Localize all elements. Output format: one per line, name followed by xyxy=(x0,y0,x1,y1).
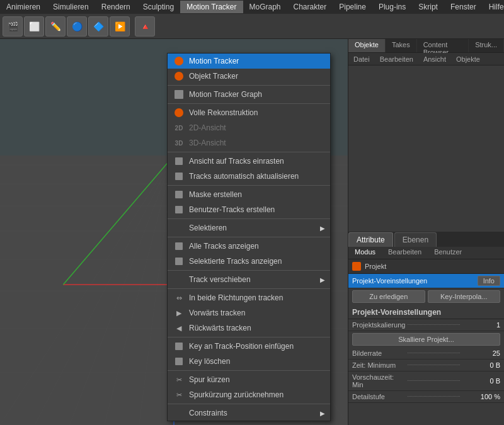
zeit-min-label: Zeit: Minimum xyxy=(352,361,405,369)
dropdown-vorwaerts[interactable]: ▶ Vorwärts tracken xyxy=(168,305,330,320)
detailstufe-value: 100 % xyxy=(462,393,500,400)
dropdown-maske[interactable]: Maske erstellen xyxy=(168,187,330,202)
attr-subtab-modus[interactable]: Modus xyxy=(348,247,382,259)
dropdown-beide-richtungen[interactable]: ⇔ In beide Richtungen tracken xyxy=(168,290,330,305)
dropdown-rueckwaerts[interactable]: ◀ Rückwärts tracken xyxy=(168,320,330,336)
subtab-ansicht[interactable]: Ansicht xyxy=(418,54,451,64)
dropdown-volle-rekonstruktion[interactable]: Volle Rekonstruktion xyxy=(168,105,330,120)
menu-sculpting[interactable]: Sculpting xyxy=(137,1,180,13)
attr-btn-key-interpola[interactable]: Key-Interpola... xyxy=(428,290,501,303)
dropdown-tracks-auto-label: Tracks automatisch aktualisieren xyxy=(189,172,299,181)
attr-subtab-benutzer[interactable]: Benutzer xyxy=(428,247,468,259)
dropdown-menu: Motion Tracker Objekt Tracker Motion Tra… xyxy=(167,53,331,421)
dropdown-tracks-auto[interactable]: Tracks automatisch aktualisieren xyxy=(168,169,330,184)
menu-hilfe[interactable]: Hilfe xyxy=(483,1,504,13)
toolbar-btn-4[interactable]: 🔵 xyxy=(67,16,87,37)
menu-pipeline[interactable]: Pipeline xyxy=(333,1,372,13)
dropdown-motion-tracker-label: Motion Tracker xyxy=(189,57,239,65)
benutzer-tracks-icon xyxy=(173,205,185,215)
attr-btn-skalliere[interactable]: Skalliere Projekt... xyxy=(352,333,500,346)
constraints-arrow: ▶ xyxy=(320,410,325,417)
bilderrate-label: Bilderrate xyxy=(352,349,405,357)
dropdown-2d-ansicht[interactable]: 2D 2D-Ansicht xyxy=(168,120,330,135)
rueckwaerts-icon: ◀ xyxy=(173,323,185,333)
detailstufe-label: Detailstufe xyxy=(352,393,405,400)
dropdown-3d-ansicht[interactable]: 3D 3D-Ansicht xyxy=(168,135,330,150)
toolbar-btn-7[interactable]: 🔺 xyxy=(135,16,155,37)
separator-6 xyxy=(168,237,330,237)
main-area: Motion Tracker Objekt Tracker Motion Tra… xyxy=(0,39,504,425)
dropdown-key-einfuegen-label: Key an Track-Position einfügen xyxy=(189,342,294,351)
dropdown-motion-tracker[interactable]: Motion Tracker xyxy=(168,54,330,69)
toolbar-btn-1[interactable]: 🎬 xyxy=(3,16,23,37)
tab-objekte[interactable]: Objekte xyxy=(348,39,386,52)
toolbar-btn-2[interactable]: ⬜ xyxy=(24,16,44,37)
menu-mograph[interactable]: MoGraph xyxy=(243,1,287,13)
motion-tracker-icon xyxy=(173,56,185,66)
dropdown-alle-tracks[interactable]: Alle Tracks anzeigen xyxy=(168,239,330,254)
attr-info-btn[interactable]: Info xyxy=(478,276,500,286)
separator-3 xyxy=(168,152,330,152)
bilderrate-value: 25 xyxy=(462,349,500,357)
constraints-icon xyxy=(173,408,185,418)
dotted-line-2 xyxy=(408,353,461,353)
attr-row-detailstufe: Detailstufe 100 % xyxy=(348,391,504,403)
menu-rendern[interactable]: Rendern xyxy=(95,1,137,13)
separator-1 xyxy=(168,85,330,86)
spurkuerzung-zurueck-icon: ✂ xyxy=(173,390,185,400)
subtab-bearbeiten[interactable]: Bearbeiten xyxy=(375,54,418,64)
separator-10 xyxy=(168,370,330,371)
dropdown-selektierte-tracks[interactable]: Selektierte Tracks anzeigen xyxy=(168,254,330,269)
dropdown-key-einfuegen[interactable]: Key an Track-Position einfügen xyxy=(168,339,330,354)
dropdown-objekt-tracker[interactable]: Objekt Tracker xyxy=(168,69,330,84)
subtab-datei[interactable]: Datei xyxy=(348,54,375,64)
spur-kuerzen-icon: ✂ xyxy=(173,375,185,385)
menu-plugins[interactable]: Plug-ins xyxy=(372,1,412,13)
dropdown-track-verschieben[interactable]: Track verschieben ▶ xyxy=(168,272,330,287)
attr-tabs: Attribute Ebenen xyxy=(348,232,504,247)
menu-fenster[interactable]: Fenster xyxy=(444,1,483,13)
attr-button-row: Zu erledigen Key-Interpola... xyxy=(348,288,504,305)
dotted-line-5 xyxy=(408,396,461,397)
menu-motion-tracker[interactable]: Motion Tracker xyxy=(180,1,243,13)
dropdown-spur-kuerzen[interactable]: ✂ Spur kürzen xyxy=(168,372,330,387)
toolbar-btn-6[interactable]: ▶️ xyxy=(110,16,130,37)
track-verschieben-arrow: ▶ xyxy=(320,276,325,283)
menu-skript[interactable]: Skript xyxy=(412,1,444,13)
dropdown-track-verschieben-label: Track verschieben xyxy=(189,275,251,284)
viewport[interactable]: Motion Tracker Objekt Tracker Motion Tra… xyxy=(0,39,348,425)
tab-struk[interactable]: Struk... xyxy=(469,39,504,52)
projekt-voreinstellungen-label: Projekt-Voreinstellungen xyxy=(352,277,475,285)
right-panel: Objekte Takes Content Browser Struk... D… xyxy=(348,39,504,425)
dotted-line-4 xyxy=(408,380,461,381)
dropdown-motion-tracker-graph[interactable]: Motion Tracker Graph xyxy=(168,87,330,102)
toolbar-btn-5[interactable]: 🔷 xyxy=(88,16,108,37)
selektierte-tracks-icon xyxy=(173,256,185,266)
attr-content: Projekt Projekt-Voreinstellungen Info Zu… xyxy=(348,259,504,426)
attr-row-bilderrate: Bilderrate 25 xyxy=(348,348,504,360)
tab-content-browser[interactable]: Content Browser xyxy=(417,39,469,52)
dropdown-selektieren[interactable]: Selektieren ▶ xyxy=(168,220,330,235)
dropdown-ansicht-tracks[interactable]: Ansicht auf Tracks einrasten xyxy=(168,154,330,169)
dropdown-volle-rekonstruktion-label: Volle Rekonstruktion xyxy=(189,108,258,117)
attr-row-projekt-voreinstellungen[interactable]: Projekt-Voreinstellungen Info xyxy=(348,274,504,288)
key-einfuegen-icon xyxy=(173,341,185,351)
dropdown-2d-ansicht-label: 2D-Ansicht xyxy=(189,123,226,132)
attr-btn-zu-erledigen[interactable]: Zu erledigen xyxy=(352,290,425,303)
dropdown-key-loeschen[interactable]: Key löschen xyxy=(168,354,330,369)
subtab-objekte[interactable]: Objekte xyxy=(451,54,485,64)
tab-takes[interactable]: Takes xyxy=(386,39,417,52)
dropdown-benutzer-tracks[interactable]: Benutzer-Tracks erstellen xyxy=(168,202,330,217)
dropdown-spurkuerzung-zurueck-label: Spurkürzung zurücknehmen xyxy=(189,390,284,399)
dropdown-constraints[interactable]: Constraints ▶ xyxy=(168,405,330,421)
menu-charakter[interactable]: Charakter xyxy=(287,1,333,13)
dropdown-spurkuerzung-zurueck[interactable]: ✂ Spurkürzung zurücknehmen xyxy=(168,387,330,402)
attr-subtab-bearbeiten[interactable]: Bearbeiten xyxy=(382,247,428,259)
toolbar-btn-3[interactable]: ✏️ xyxy=(45,16,66,37)
menu-simulieren[interactable]: Simulieren xyxy=(47,1,95,13)
attr-tab-ebenen[interactable]: Ebenen xyxy=(394,232,437,247)
key-loeschen-icon xyxy=(173,356,185,366)
attr-section-title: Projekt-Voreinstellungen xyxy=(348,305,504,319)
menu-animieren[interactable]: Animieren xyxy=(0,1,47,13)
attr-tab-attribute[interactable]: Attribute xyxy=(348,232,393,247)
